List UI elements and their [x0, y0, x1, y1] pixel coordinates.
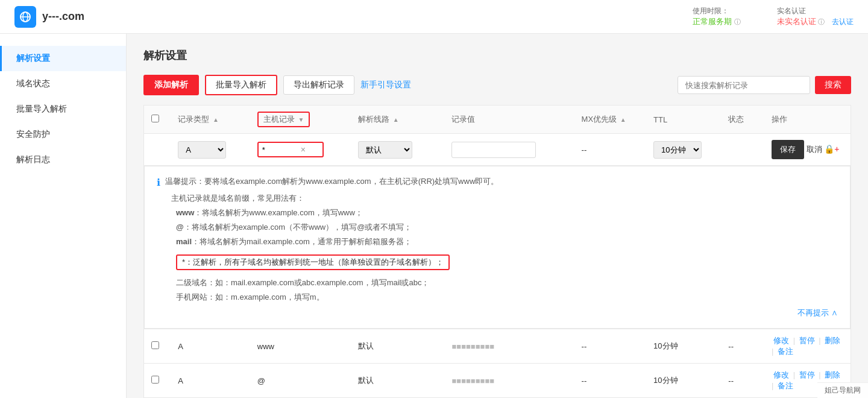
row1-ttl: 10分钟: [646, 329, 721, 364]
route-sort-icon[interactable]: ▲: [393, 116, 399, 123]
th-status: 状态: [721, 106, 764, 134]
th-type: 记录类型 ▲: [171, 106, 250, 134]
dns-table: 记录类型 ▲ 主机记录 ▼ 解析线路 ▲ 记录值: [143, 105, 851, 398]
cancel-button[interactable]: 取消: [807, 144, 822, 155]
sidebar-item-security[interactable]: 安全防护: [0, 122, 126, 147]
search-input[interactable]: [678, 76, 810, 94]
type-select[interactable]: ACNAMEMXTXT NSAAAASRVCAA 显性URL隐性URL: [178, 141, 226, 159]
verify-label: 实名认证: [777, 6, 854, 16]
row1-pause-link[interactable]: 暂停: [799, 336, 815, 345]
tip-cell: ℹ 温馨提示：要将域名example.com解析为www.example.com…: [144, 166, 851, 329]
tip-collapse-button[interactable]: 不再提示 ∧: [157, 308, 838, 318]
watermark-text: 姐己导航网: [825, 386, 861, 394]
row1-mx: --: [574, 329, 647, 364]
info-icon: ℹ: [157, 177, 160, 188]
tip-main-text: 温馨提示：要将域名example.com解析为www.example.com，在…: [165, 176, 498, 187]
row1-modify-link[interactable]: 修改: [773, 336, 789, 345]
service-value[interactable]: 正常服务期 ⓘ: [693, 16, 741, 27]
select-all-checkbox[interactable]: [151, 115, 159, 122]
row1-check: [144, 329, 171, 364]
tip-item-at: @：将域名解析为example.com（不带www），填写@或者不填写；: [176, 222, 838, 233]
sidebar-item-dns-settings[interactable]: 解析设置: [0, 46, 126, 71]
th-check: [144, 106, 171, 134]
route-select[interactable]: 默认电信联通移动境外: [358, 141, 412, 159]
row1-route: 默认: [351, 329, 444, 364]
logo-icon: [14, 6, 36, 28]
main-layout: 解析设置 域名状态 批量导入解析 安全防护 解析日志 解析设置 添加解析 批量导…: [0, 34, 868, 398]
sidebar-item-label: 解析设置: [16, 53, 50, 63]
watermark: 姐己导航网: [817, 382, 868, 398]
service-info: 使用时限： 正常服务期 ⓘ: [693, 6, 741, 27]
row2-type: A: [171, 364, 250, 398]
row2-delete-link[interactable]: 删除: [825, 370, 840, 379]
add-dns-button[interactable]: 添加解析: [143, 75, 199, 95]
row1-checkbox[interactable]: [151, 341, 159, 349]
host-clear-icon[interactable]: ×: [301, 145, 306, 154]
row2-value: ■■■■■■■■■: [444, 364, 574, 398]
go-verify-link[interactable]: 去认证: [832, 17, 854, 26]
row2-checkbox[interactable]: [151, 376, 159, 384]
sidebar-item-label: 解析日志: [16, 154, 50, 164]
mx-sort-icon[interactable]: ▲: [620, 116, 626, 123]
input-host-cell: ×: [250, 134, 351, 166]
tip-title: ℹ 温馨提示：要将域名example.com解析为www.example.com…: [157, 176, 838, 188]
th-ttl: TTL: [646, 106, 721, 134]
th-mx: MX优先级 ▲: [574, 106, 647, 134]
row2-pause-link[interactable]: 暂停: [799, 370, 815, 379]
batch-import-button[interactable]: 批量导入解析: [205, 75, 277, 95]
sidebar: 解析设置 域名状态 批量导入解析 安全防护 解析日志: [0, 34, 127, 398]
row1-delete-link[interactable]: 删除: [825, 336, 840, 345]
row1-actions: 修改 | 暂停 | 删除 | 备注: [764, 329, 851, 364]
row1-ip: ■■■■■■■■■: [451, 342, 494, 351]
service-hint: ⓘ: [734, 18, 741, 25]
row1-status: --: [721, 329, 764, 364]
row2-mx: --: [574, 364, 647, 398]
tip-sub-text: 主机记录就是域名前缀，常见用法有：: [171, 193, 838, 204]
table-header-row: 记录类型 ▲ 主机记录 ▼ 解析线路 ▲ 记录值: [144, 106, 851, 134]
sidebar-item-domain-status[interactable]: 域名状态: [0, 71, 126, 96]
logo-text: y---.com: [42, 10, 84, 23]
row2-route: 默认: [351, 364, 444, 398]
row2-host: @: [250, 364, 351, 398]
input-value-cell: [444, 134, 574, 166]
logo-area: y---.com: [14, 6, 84, 28]
input-ttl-cell: 10分钟30分钟1小时: [646, 134, 721, 166]
sidebar-item-label: 安全防护: [16, 129, 50, 139]
row2-ip: ■■■■■■■■■: [451, 376, 494, 385]
host-input-wrap: ×: [257, 142, 324, 157]
save-button[interactable]: 保存: [772, 140, 804, 159]
host-sort-icon[interactable]: ▼: [298, 116, 304, 123]
type-sort-icon[interactable]: ▲: [213, 116, 219, 123]
toolbar: 添加解析 批量导入解析 导出解析记录 新手引导设置 搜索: [143, 75, 851, 95]
sidebar-item-batch-import[interactable]: 批量导入解析: [0, 96, 126, 122]
ttl-select[interactable]: 10分钟30分钟1小时: [653, 141, 702, 159]
row1-note-link[interactable]: 备注: [778, 347, 793, 356]
th-action: 操作: [764, 106, 851, 134]
search-button[interactable]: 搜索: [815, 76, 851, 94]
service-label: 使用时限：: [693, 6, 741, 16]
value-input[interactable]: [451, 142, 536, 158]
service-status: 正常服务期: [693, 17, 732, 26]
input-mx-cell: --: [574, 134, 647, 166]
row1-type: A: [171, 329, 250, 364]
row2-status: --: [721, 364, 764, 398]
guide-button[interactable]: 新手引导设置: [360, 80, 411, 90]
row2-check: [144, 364, 171, 398]
verify-hint: ⓘ: [818, 18, 825, 25]
sidebar-item-label: 批量导入解析: [16, 104, 67, 113]
tip-item-wildcard: *：泛解析，所有子域名均被解析到统一地址（除单独设置的子域名解析）；: [176, 251, 838, 274]
row2-ttl: 10分钟: [646, 364, 721, 398]
host-input[interactable]: [262, 145, 298, 154]
tip-item-www: www：将域名解析为www.example.com，填写www；: [176, 207, 838, 218]
th-value: 记录值: [444, 106, 574, 134]
table-row: A www 默认 ■■■■■■■■■ -- 10分钟 -- 修改 | 暂停 | …: [144, 329, 851, 364]
tip-box: ℹ 温馨提示：要将域名example.com解析为www.example.com…: [144, 166, 851, 329]
row2-modify-link[interactable]: 修改: [773, 370, 789, 379]
row2-note-link[interactable]: 备注: [778, 381, 793, 390]
verify-info: 实名认证 未实名认证 ⓘ 去认证: [777, 6, 854, 27]
tip-highlight: *：泛解析，所有子域名均被解析到统一地址（除单独设置的子域名解析）；: [176, 254, 450, 270]
tip-row: ℹ 温馨提示：要将域名example.com解析为www.example.com…: [144, 166, 851, 329]
input-route-cell: 默认电信联通移动境外: [351, 134, 444, 166]
sidebar-item-dns-log[interactable]: 解析日志: [0, 147, 126, 172]
export-button[interactable]: 导出解析记录: [283, 75, 354, 95]
